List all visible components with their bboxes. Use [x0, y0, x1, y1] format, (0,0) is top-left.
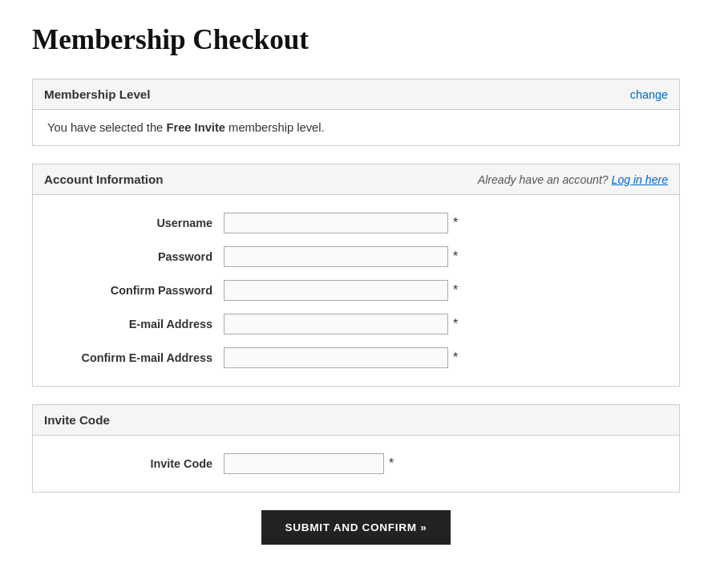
username-row: Username *	[47, 206, 665, 240]
username-required: *	[453, 216, 458, 230]
membership-level-section: Membership Level change You have selecte…	[32, 79, 680, 146]
invite-code-row: Invite Code *	[47, 447, 665, 481]
membership-description: You have selected the Free Invite member…	[47, 121, 665, 134]
account-section-body: Username * Password * Confirm Password *…	[33, 195, 679, 386]
confirm-password-input-wrap: *	[224, 280, 458, 301]
login-prompt: Already have an account? Log in here	[478, 173, 668, 186]
email-input[interactable]	[224, 314, 448, 335]
login-link[interactable]: Log in here	[612, 173, 668, 186]
invite-code-required: *	[389, 456, 394, 471]
invite-code-input[interactable]	[224, 453, 384, 474]
invite-code-section: Invite Code Invite Code *	[32, 404, 680, 493]
confirm-email-label: Confirm E-mail Address	[63, 351, 224, 364]
confirm-password-required: *	[453, 283, 458, 298]
submit-wrap: SUBMIT AND CONFIRM »	[32, 510, 680, 545]
email-row: E-mail Address *	[47, 307, 665, 341]
membership-name: Free Invite	[166, 121, 225, 134]
invite-code-input-wrap: *	[224, 453, 394, 474]
account-section-title: Account Information	[44, 172, 164, 186]
invite-code-label: Invite Code	[63, 457, 224, 470]
membership-level-body: You have selected the Free Invite member…	[33, 110, 679, 145]
membership-desc-suffix: membership level.	[225, 121, 325, 134]
password-required: *	[453, 249, 458, 264]
confirm-email-input[interactable]	[224, 347, 448, 368]
confirm-password-label: Confirm Password	[63, 284, 224, 297]
membership-level-header: Membership Level change	[33, 79, 679, 110]
email-required: *	[453, 317, 458, 331]
username-input-wrap: *	[224, 213, 458, 233]
account-information-section: Account Information Already have an acco…	[32, 164, 680, 387]
password-label: Password	[63, 250, 224, 263]
invite-code-title: Invite Code	[44, 413, 110, 427]
username-input[interactable]	[224, 213, 448, 233]
password-input[interactable]	[224, 246, 448, 267]
invite-code-body: Invite Code *	[33, 436, 679, 492]
invite-code-header: Invite Code	[33, 405, 679, 436]
membership-desc-prefix: You have selected the	[47, 121, 166, 134]
email-input-wrap: *	[224, 314, 458, 335]
confirm-password-input[interactable]	[224, 280, 448, 301]
membership-level-title: Membership Level	[44, 87, 151, 101]
confirm-email-row: Confirm E-mail Address *	[47, 341, 665, 375]
change-membership-link[interactable]: change	[630, 88, 668, 101]
page-title: Membership Checkout	[32, 24, 680, 56]
username-label: Username	[63, 217, 224, 229]
account-section-header: Account Information Already have an acco…	[33, 164, 679, 195]
confirm-email-input-wrap: *	[224, 347, 458, 368]
submit-button[interactable]: SUBMIT AND CONFIRM »	[261, 510, 451, 545]
confirm-password-row: Confirm Password *	[47, 274, 665, 307]
password-row: Password *	[47, 240, 665, 274]
confirm-email-required: *	[453, 351, 458, 365]
email-label: E-mail Address	[63, 318, 224, 330]
password-input-wrap: *	[224, 246, 458, 267]
already-account-text: Already have an account?	[478, 173, 609, 186]
